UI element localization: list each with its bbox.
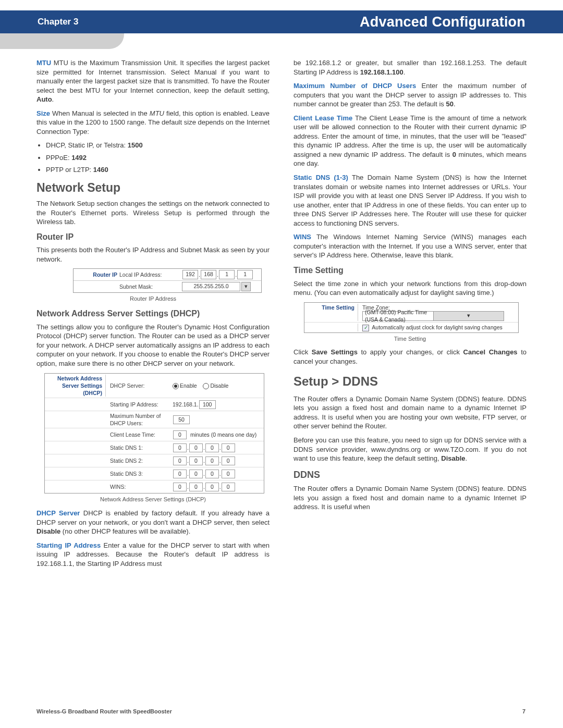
timesetting-paragraph: Select the time zone in which your netwo… [293,279,527,298]
figure-router-ip: Router IP Local IP Address: 192. 168. 1.… [73,268,262,293]
maxusers-paragraph: Maximum Number of DHCP Users Enter the m… [293,81,527,109]
startip-paragraph: Starting IP Address Enter a value for th… [36,541,270,569]
wins-paragraph: WINS The Windows Internet Naming Service… [293,232,527,260]
dns3-1[interactable]: 0 [173,470,187,478]
dns2-3[interactable]: 0 [205,456,219,465]
ip-octet-1[interactable]: 192 [182,270,198,279]
figure-timesetting: Time Setting Time Zone: (GMT-08:00) Paci… [304,302,519,333]
fig-label-lease: Client Lease Time: [106,431,173,438]
fig-label-maxusers: Maximum Number of DHCP Users: [106,412,173,427]
dns3-2[interactable]: 0 [189,470,203,478]
fig-side-nas: Network AddressServer Settings (DHCP) [47,375,106,397]
figure-dhcp: Network AddressServer Settings (DHCP) DH… [44,373,264,494]
clt-paragraph: Client Lease Time The Client Lease Time … [293,114,527,168]
page-footer: Wireless-G Broadband Router with SpeedBo… [36,708,525,714]
fig-label-wins: WINS: [106,483,173,490]
size-list: DHCP, Static IP, or Telstra: 1500 PPPoE:… [36,141,270,175]
page-number: 7 [522,708,525,714]
header-curve [0,33,124,49]
heading-nas-dhcp: Network Address Server Settings (DHCP) [36,308,270,319]
term-startip: Starting IP Address [36,541,101,549]
right-column: be 192.168.1.2 or greater, but smaller t… [293,58,527,573]
wins-2[interactable]: 0 [189,483,203,491]
dst-label: Automatically adjust clock for daylight … [372,324,502,330]
ip-octet-2[interactable]: 168 [201,270,216,279]
subnet-field[interactable]: 255.255.255.0 [182,282,240,291]
fig-label-subnet: Subnet Mask: [119,283,182,290]
dns3-3[interactable]: 0 [205,470,219,478]
timezone-dropdown[interactable]: (GMT-08:00) Pacific Time (USA & Canada) … [362,311,504,321]
dns3-4[interactable]: 0 [222,470,235,478]
page-title: Advanced Configuration [360,14,525,30]
dns2-4[interactable]: 0 [222,456,235,465]
dns2-2[interactable]: 0 [189,456,203,465]
input-max-users[interactable]: 50 [173,415,190,424]
term-clt: Client Lease Time [293,114,352,122]
ddns-p2: Before you can use this feature, you nee… [293,436,527,463]
fig-label-dns3: Static DNS 3: [106,470,173,477]
dns1-2[interactable]: 0 [189,443,203,452]
fig-label-dns2: Static DNS 2: [106,457,173,464]
wins-3[interactable]: 0 [205,483,219,491]
wins-4[interactable]: 0 [222,483,235,491]
save-paragraph: Click Save Settings to apply your change… [293,348,527,366]
dns1-1[interactable]: 0 [173,443,187,452]
caption-router-ip: Router IP Address [36,295,270,303]
left-column: MTU MTU is the Maximum Transmission Unit… [36,58,270,573]
dst-checkbox[interactable]: ✓ [362,325,369,331]
network-setup-paragraph: The Network Setup section changes the se… [36,199,270,227]
size-paragraph: Size When Manual is selected in the MTU … [36,109,270,137]
caption-timesetting: Time Setting [293,335,527,343]
term-maxusers: Maximum Number of DHCP Users [293,82,416,90]
input-lease[interactable]: 0 [173,430,187,439]
fig-label-localip: Local IP Address: [119,271,182,278]
heading-ddns: DDNS [293,468,527,481]
term-staticdns: Static DNS (1-3) [293,174,348,181]
chapter-label: Chapter 3 [38,17,78,27]
subnet-dropdown-arrow[interactable]: ▾ [241,282,251,291]
radio-enable[interactable] [173,383,179,389]
dns1-4[interactable]: 0 [222,443,235,452]
term-dhcpserver: DHCP Server [36,509,80,517]
heading-network-setup: Network Setup [36,180,270,196]
fig-label-dhcpserver: DHCP Server: [106,382,173,389]
ts-side: Time Setting [307,304,358,321]
startip-continued: be 192.168.1.2 or greater, but smaller t… [293,58,527,77]
mtu-paragraph: MTU MTU is the Maximum Transmission Unit… [36,58,270,104]
footer-product: Wireless-G Broadband Router with SpeedBo… [36,708,172,714]
fig-side-routerip: Router IP [76,271,119,278]
page-header: Chapter 3 Advanced Configuration [0,10,563,33]
ddns-p1: The Router offers a Dynamic Domain Name … [293,394,527,431]
timezone-value: (GMT-08:00) Pacific Time (USA & Canada) [363,309,433,323]
radio-disable[interactable] [203,383,209,389]
sdns-paragraph: Static DNS (1-3) The Domain Name System … [293,173,527,228]
input-start-ip[interactable]: 100 [199,400,216,409]
wins-1[interactable]: 0 [173,483,187,491]
caption-dhcp: Network Address Server Settings (DHCP) [36,496,270,503]
dns1-3[interactable]: 0 [205,443,219,452]
ip-octet-3[interactable]: 1 [219,270,235,279]
fig-label-startip: Starting IP Address: [106,401,173,408]
dhcpserver-paragraph: DHCP Server DHCP is enabled by factory d… [36,509,270,536]
router-ip-paragraph: This presents both the Router's IP Addre… [36,245,270,264]
term-size: Size [36,109,50,117]
term-mtu: MTU [36,59,51,67]
heading-setup-ddns: Setup > DDNS [293,373,527,390]
dns2-1[interactable]: 0 [173,456,187,465]
heading-timesetting: Time Setting [293,265,527,276]
ddns-p3: The Router offers a Dynamic Domain Name … [293,484,527,512]
chevron-down-icon[interactable]: ▾ [433,312,504,320]
ip-octet-4[interactable]: 1 [237,270,253,279]
heading-router-ip: Router IP [36,231,270,243]
fig-label-dns1: Static DNS 1: [106,444,173,451]
term-wins: WINS [293,233,311,241]
dhcp-paragraph: The settings allow you to configure the … [36,323,270,368]
